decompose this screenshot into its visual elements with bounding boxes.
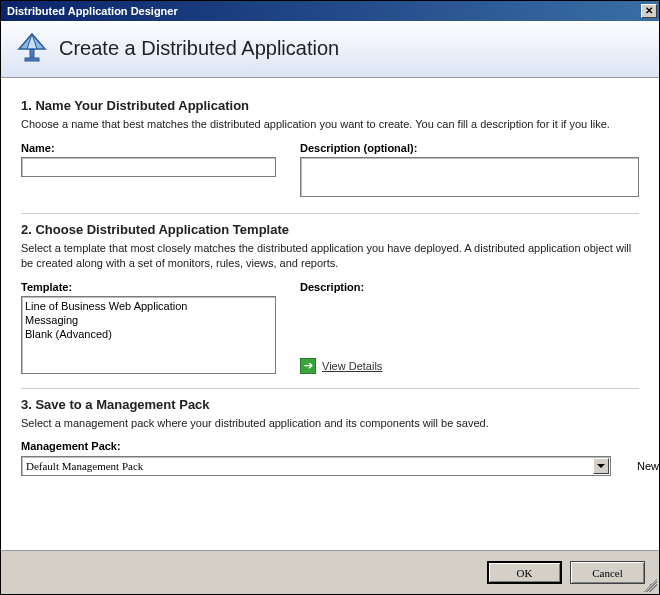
section1-desc: Choose a name that best matches the dist… xyxy=(21,117,639,132)
mp-label: Management Pack: xyxy=(21,440,639,452)
name-label: Name: xyxy=(21,142,276,154)
template-listbox[interactable]: Line of Business Web Application Messagi… xyxy=(21,296,276,374)
section3-heading: 3. Save to a Management Pack xyxy=(21,397,639,412)
select-value: Default Management Pack xyxy=(26,460,143,472)
list-item[interactable]: Messaging xyxy=(25,313,272,327)
resize-grip-icon[interactable] xyxy=(643,578,657,592)
template-desc-label: Description: xyxy=(300,281,639,293)
view-details-link[interactable]: ➔ View Details xyxy=(300,358,382,374)
svg-rect-3 xyxy=(25,58,39,61)
divider xyxy=(21,213,639,214)
management-pack-select[interactable]: Default Management Pack xyxy=(21,456,611,476)
ok-button[interactable]: OK xyxy=(487,561,562,584)
window-title: Distributed Application Designer xyxy=(7,5,178,17)
section3-desc: Select a management pack where your dist… xyxy=(21,416,639,431)
list-item[interactable]: Line of Business Web Application xyxy=(25,299,272,313)
distributed-app-icon xyxy=(15,31,49,65)
name-input[interactable] xyxy=(21,157,276,177)
page-title: Create a Distributed Application xyxy=(59,37,339,60)
button-bar: OK Cancel xyxy=(1,550,659,594)
template-label: Template: xyxy=(21,281,276,293)
section1-heading: 1. Name Your Distributed Application xyxy=(21,98,639,113)
chevron-down-icon[interactable] xyxy=(593,458,609,474)
close-button[interactable]: ✕ xyxy=(641,4,657,18)
new-mp-button[interactable]: New... xyxy=(631,460,659,472)
cancel-button[interactable]: Cancel xyxy=(570,561,645,584)
header-banner: Create a Distributed Application xyxy=(1,21,659,78)
description-label: Description (optional): xyxy=(300,142,639,154)
arrow-right-icon: ➔ xyxy=(300,358,316,374)
content-area: 1. Name Your Distributed Application Cho… xyxy=(1,78,659,550)
list-item[interactable]: Blank (Advanced) xyxy=(25,327,272,341)
section2-desc: Select a template that most closely matc… xyxy=(21,241,639,271)
dialog-window: Distributed Application Designer ✕ Creat… xyxy=(0,0,660,595)
view-details-label: View Details xyxy=(322,360,382,372)
titlebar: Distributed Application Designer ✕ xyxy=(1,1,659,21)
divider xyxy=(21,388,639,389)
section2-heading: 2. Choose Distributed Application Templa… xyxy=(21,222,639,237)
description-input[interactable] xyxy=(300,157,639,197)
